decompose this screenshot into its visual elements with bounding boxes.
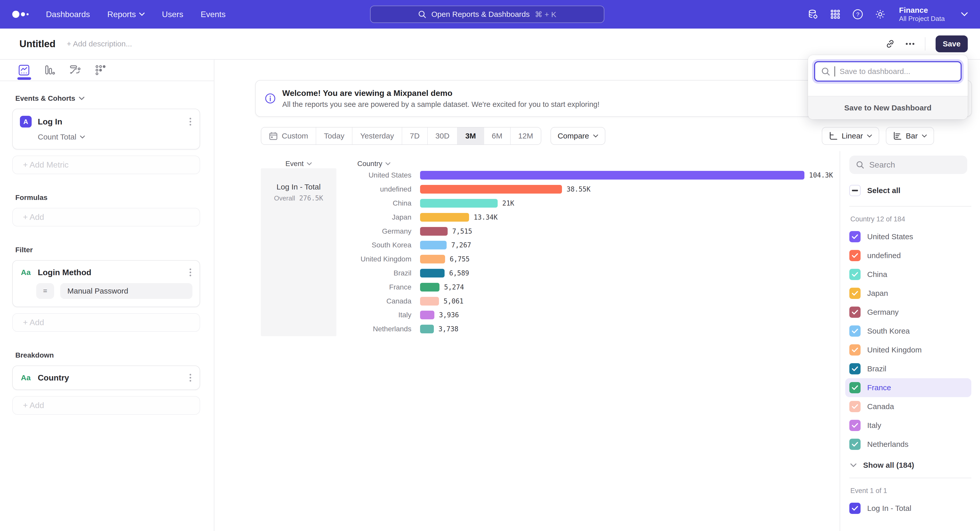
show-all-toggle[interactable]: Show all (184) xyxy=(850,461,967,469)
save-dashboard-search-input[interactable]: Save to dashboard... xyxy=(814,61,962,82)
filter-value[interactable]: Manual Password xyxy=(60,283,192,299)
country-checkbox[interactable] xyxy=(850,231,861,242)
compare-button[interactable]: Compare xyxy=(550,127,605,145)
copy-link-icon[interactable] xyxy=(885,39,895,49)
filter-operator[interactable]: = xyxy=(36,283,54,299)
breakdown-card[interactable]: Aa Country xyxy=(12,366,200,390)
nav-menu-item[interactable]: Events xyxy=(200,10,226,19)
date-range-option[interactable]: 12M xyxy=(511,127,541,144)
date-range-option[interactable]: Today xyxy=(316,127,352,144)
events-cohorts-header[interactable]: Events & Cohorts xyxy=(15,94,200,103)
country-checkbox[interactable] xyxy=(850,288,861,299)
country-legend-row[interactable]: South Korea xyxy=(845,322,971,341)
date-range-custom[interactable]: Custom xyxy=(261,127,316,144)
date-range-option[interactable]: Yesterday xyxy=(352,127,402,144)
project-chevron-down-icon[interactable] xyxy=(961,12,968,16)
project-switcher[interactable]: Finance All Project Data xyxy=(899,6,945,23)
date-range-option[interactable]: 30D xyxy=(428,127,458,144)
more-options-icon[interactable] xyxy=(905,43,915,45)
data-management-icon[interactable] xyxy=(807,9,818,20)
event-column-header[interactable]: Event xyxy=(261,160,336,168)
nav-menu-item[interactable]: Reports xyxy=(107,10,145,19)
chart-bar-row: United Kingdom 6,755 xyxy=(336,252,833,266)
country-checkbox[interactable] xyxy=(850,325,861,337)
legend-search[interactable]: Search xyxy=(850,155,967,174)
country-legend-row[interactable]: France xyxy=(845,378,971,397)
event-checkbox[interactable] xyxy=(850,503,861,514)
chart-bar[interactable] xyxy=(420,325,434,333)
chart-bar[interactable] xyxy=(420,199,498,208)
tab-retention[interactable] xyxy=(94,60,107,80)
country-legend-row[interactable]: undefined xyxy=(845,246,971,265)
country-legend-row[interactable]: China xyxy=(845,265,971,284)
country-checkbox[interactable] xyxy=(850,250,861,261)
add-breakdown-button[interactable]: + Add xyxy=(12,396,200,415)
settings-gear-icon[interactable] xyxy=(875,9,886,20)
date-range-option[interactable]: 3M xyxy=(458,127,484,144)
save-to-new-dashboard-button[interactable]: Save to New Dashboard xyxy=(808,96,968,119)
chart-bar[interactable] xyxy=(420,227,448,236)
global-search[interactable]: Open Reports & Dashboards ⌘ + K xyxy=(370,6,605,23)
chart-bar[interactable] xyxy=(420,255,445,263)
chart-bar[interactable] xyxy=(420,185,562,193)
tab-insights[interactable] xyxy=(18,60,30,80)
add-formula-button[interactable]: + Add xyxy=(12,208,200,227)
metric-menu-icon[interactable] xyxy=(188,117,192,127)
country-legend-row[interactable]: Japan xyxy=(845,284,971,303)
country-checkbox[interactable] xyxy=(850,382,861,393)
apps-grid-icon[interactable] xyxy=(830,9,841,20)
country-legend-row[interactable]: United States xyxy=(845,227,971,246)
country-legend-row[interactable]: United Kingdom xyxy=(845,341,971,359)
country-checkbox[interactable] xyxy=(850,363,861,374)
chart-bar[interactable] xyxy=(420,241,447,249)
chart-bar-value: 5,274 xyxy=(444,283,464,291)
event-series-cell[interactable]: Log In - Total Overall 276.5K xyxy=(261,168,336,336)
chart-bar[interactable] xyxy=(420,283,439,292)
metric-card[interactable]: A Log In Count Total xyxy=(12,109,200,149)
select-all-row[interactable]: Select all xyxy=(845,181,971,200)
country-legend-row[interactable]: Germany xyxy=(845,303,971,322)
chart-bar[interactable] xyxy=(420,171,804,179)
check-icon xyxy=(852,234,858,239)
add-filter-button[interactable]: + Add xyxy=(12,313,200,332)
chart-bar[interactable] xyxy=(420,311,434,319)
chart-type-selector[interactable]: Bar xyxy=(886,127,934,145)
chart-bar[interactable] xyxy=(420,213,469,222)
country-legend-row[interactable]: Italy xyxy=(845,416,971,435)
country-legend-row[interactable]: Brazil xyxy=(845,359,971,378)
breakdown-menu-icon[interactable] xyxy=(188,372,192,383)
date-range-option[interactable]: 7D xyxy=(402,127,428,144)
nav-menu-item[interactable]: Dashboards xyxy=(46,10,90,19)
save-button[interactable]: Save xyxy=(935,35,968,52)
country-checkbox[interactable] xyxy=(850,439,861,450)
nav-menu-item[interactable]: Users xyxy=(162,10,183,19)
country-checkbox[interactable] xyxy=(850,344,861,355)
check-icon xyxy=(852,442,858,447)
tab-funnels[interactable] xyxy=(43,60,56,80)
chart-bar-row: undefined 38.55K xyxy=(336,182,833,197)
country-checkbox[interactable] xyxy=(850,401,861,412)
country-checkbox[interactable] xyxy=(850,307,861,318)
date-range-option[interactable]: 6M xyxy=(484,127,511,144)
tab-flows[interactable] xyxy=(68,60,82,80)
country-checkbox[interactable] xyxy=(850,269,861,280)
aggregation-selector[interactable]: Count Total xyxy=(38,133,192,141)
country-legend-row[interactable]: Canada xyxy=(845,397,971,416)
add-description[interactable]: + Add description... xyxy=(67,40,132,48)
series-name: Log In - Total xyxy=(261,182,336,191)
report-title[interactable]: Untitled xyxy=(19,38,56,49)
mixpanel-logo[interactable] xyxy=(12,11,29,18)
country-column-header[interactable]: Country xyxy=(336,160,411,168)
help-icon[interactable]: ? xyxy=(852,9,863,20)
event-legend-row[interactable]: Log In - Total xyxy=(845,499,971,518)
filter-card[interactable]: Aa Login Method = Manual Password xyxy=(12,260,200,307)
chart-bar[interactable] xyxy=(420,269,445,277)
scale-selector[interactable]: Linear xyxy=(822,127,879,145)
chart-bar-row: China 21K xyxy=(336,197,833,211)
select-all-checkbox[interactable] xyxy=(850,185,861,196)
filter-menu-icon[interactable] xyxy=(188,267,192,277)
chart-bar[interactable] xyxy=(420,297,439,306)
country-legend-row[interactable]: Netherlands xyxy=(845,435,971,454)
country-checkbox[interactable] xyxy=(850,420,861,431)
add-metric-button[interactable]: + Add Metric xyxy=(12,155,200,174)
